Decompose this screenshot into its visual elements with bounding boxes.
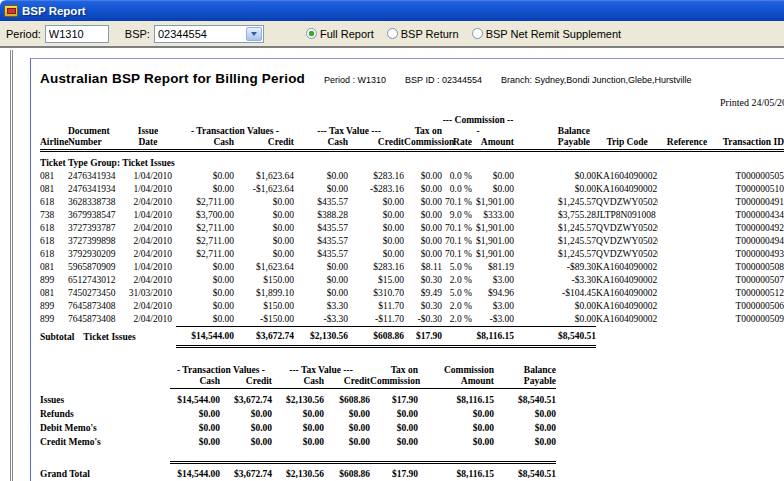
bsp-combobox[interactable]: 02344554 (154, 25, 264, 43)
title-bar[interactable]: BSP Report (0, 0, 784, 21)
bsp-detail-table: Document Issue - Transaction Values - --… (40, 115, 784, 348)
report-period: Period : W1310 (324, 75, 386, 85)
toolbar: Period: BSP: 02344554 Full Report BSP Re… (0, 21, 784, 48)
splitter-groove (10, 50, 13, 481)
table-row: 61837929302092/04/2010$2,711.00$0.00$435… (40, 248, 784, 261)
table-row: 08124763419341/04/2010$0.00$1,623.64$0.0… (40, 170, 784, 183)
radio-bsp-net-remit[interactable]: BSP Net Remit Supplement (472, 28, 622, 40)
report-branch: Branch: Sydney,Bondi Junction,Glebe,Hurs… (501, 75, 691, 85)
subtotal-label: Subtotal (40, 332, 74, 342)
table-row: 73836799385471/04/2010$3,700.00$0.00$388… (40, 209, 784, 222)
table-row: 89976458734082/04/2010$0.00-$150.00-$3.3… (40, 313, 784, 327)
table-row: Issues$14,544.00$3,672.74$2,130.56$608.8… (40, 389, 556, 408)
radio-bsp-return[interactable]: BSP Return (387, 28, 459, 40)
subtotal-group-label: Ticket Issues (83, 332, 135, 342)
radio-unselected-icon (387, 28, 398, 39)
subtotal-row: SubtotalTicket Issues $14,544.00 $3,672.… (40, 327, 784, 347)
radio-bsp-net-remit-label: BSP Net Remit Supplement (486, 28, 622, 40)
table-row: 08159658709091/04/2010$0.00$1,623.64$0.0… (40, 261, 784, 274)
table-row: 89976458734082/04/2010$0.00$150.00$3.30$… (40, 300, 784, 313)
period-input[interactable] (45, 25, 109, 43)
report-bsp-id: BSP ID : 02344554 (405, 75, 482, 85)
report-page: Australian BSP Report for Billing Period… (30, 58, 784, 481)
bsp-report-window: BSP Report Period: BSP: 02344554 Full Re… (0, 0, 784, 481)
table-row: Credit Memo's$0.00$0.00$0.00$0.00$0.00$0… (40, 435, 556, 449)
table-row: 61836283387382/04/2010$2,711.00$0.00$435… (40, 196, 784, 209)
bsp-summary-table: - Transaction Values - --- Tax Value ---… (40, 365, 556, 481)
bsp-label: BSP: (125, 28, 150, 40)
header-row-columns: Airline Number Date Cash Credit Cash Cre… (40, 137, 784, 151)
summary-header-groups: - Transaction Values - --- Tax Value ---… (40, 365, 556, 376)
detail-rows: 08124763419341/04/2010$0.00$1,623.64$0.0… (40, 170, 784, 327)
window-title: BSP Report (22, 5, 86, 17)
report-type-radio-group: Full Report BSP Return BSP Net Remit Sup… (306, 28, 634, 40)
ticket-type-group-row: Ticket Type Group: Ticket Issues (40, 151, 784, 171)
report-title: Australian BSP Report for Billing Period (40, 71, 305, 86)
summary-header-columns: Cash Credit Cash Credit Commission Amoun… (40, 376, 556, 389)
report-header: Australian BSP Report for Billing Period… (40, 71, 784, 86)
bsp-combobox-value: 02344554 (155, 28, 207, 40)
grand-total-row: Grand Total $14,544.00 $3,672.74 $2,130.… (40, 462, 556, 481)
content-area: Australian BSP Report for Billing Period… (0, 50, 784, 481)
spacer-row (40, 449, 556, 462)
period-label: Period: (6, 28, 41, 40)
radio-unselected-icon (472, 28, 483, 39)
table-row: Refunds$0.00$0.00$0.00$0.00$0.00$0.00$0.… (40, 407, 556, 421)
table-row: 61837273937872/04/2010$2,711.00$0.00$435… (40, 222, 784, 235)
printed-date: Printed 24/05/2010 (40, 97, 784, 108)
table-row: 081745027345031/03/2010$0.00$1,899.10$0.… (40, 287, 784, 300)
radio-selected-icon (306, 28, 317, 39)
header-row-groups: Document Issue - Transaction Values - --… (40, 115, 784, 137)
radio-full-report[interactable]: Full Report (306, 28, 374, 40)
table-row: Debit Memo's$0.00$0.00$0.00$0.00$0.00$0.… (40, 421, 556, 435)
table-row: 08124763419341/04/2010$0.00-$1,623.64$0.… (40, 183, 784, 196)
table-row: 61837273998982/04/2010$2,711.00$0.00$435… (40, 235, 784, 248)
dropdown-arrow-icon[interactable] (246, 27, 262, 41)
radio-full-report-label: Full Report (320, 28, 374, 40)
app-icon (4, 5, 18, 17)
table-row: 89965127430122/04/2010$0.00$150.00$0.00$… (40, 274, 784, 287)
radio-bsp-return-label: BSP Return (401, 28, 459, 40)
summary-rows: Issues$14,544.00$3,672.74$2,130.56$608.8… (40, 389, 556, 450)
